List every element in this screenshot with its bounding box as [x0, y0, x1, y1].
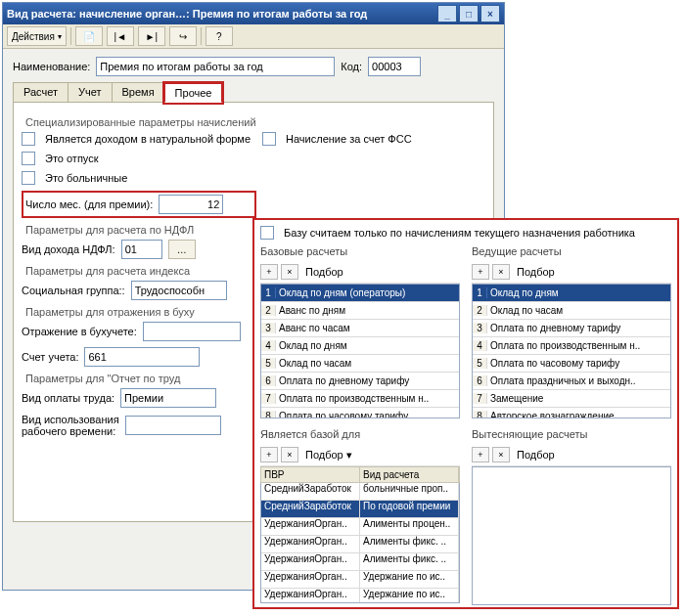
- pay-label: Вид оплаты труда:: [22, 392, 114, 404]
- months-input[interactable]: [159, 195, 223, 214]
- add-icon-2[interactable]: +: [472, 264, 489, 280]
- list-item[interactable]: 5Оплата по часовому тарифу: [473, 355, 670, 373]
- podb-link-3[interactable]: Подбор: [305, 449, 343, 461]
- base-calc-overlay: Базу считаем только по начислениям текущ…: [252, 218, 679, 609]
- go-icon[interactable]: ↪: [169, 26, 197, 46]
- help-icon[interactable]: ?: [206, 26, 233, 46]
- pay-input[interactable]: [120, 388, 216, 408]
- list-item[interactable]: 8Оплата по часовому тарифу: [261, 408, 459, 418]
- list-item[interactable]: 5Оклад по часам: [261, 355, 459, 373]
- code-label: Код:: [341, 61, 362, 72]
- add-icon-4[interactable]: +: [472, 447, 489, 462]
- table-row[interactable]: УдержанияОрган..Удержание по ис..: [261, 589, 459, 603]
- podb-link-2[interactable]: Подбор: [517, 266, 555, 278]
- del-icon-2[interactable]: ×: [492, 264, 510, 280]
- cb-current-assignment[interactable]: [260, 226, 274, 240]
- main-toolbar: Действия 📄 |◄ ►| ↪ ?: [3, 24, 504, 49]
- buh-input[interactable]: [143, 322, 241, 341]
- acct-label: Счет учета:: [22, 351, 78, 363]
- cb-current-assignment-label: Базу считаем только по начислениям текущ…: [284, 227, 635, 239]
- months-label: Число мес. (для премии):: [25, 198, 153, 210]
- cb-otpusk-label: Это отпуск: [45, 153, 99, 164]
- cb-fss-label: Начисление за счет ФСС: [286, 133, 412, 145]
- tab-prochee[interactable]: Прочее: [164, 83, 223, 103]
- list-item[interactable]: 6Оплата праздничных и выходн..: [473, 373, 670, 390]
- use-label: Вид использования рабочего времени:: [22, 414, 119, 437]
- cb-boln-label: Это больничные: [45, 172, 127, 184]
- name-label: Наименование:: [13, 61, 90, 72]
- window-title: Вид расчета: начисление орган…: Премия п…: [7, 8, 367, 20]
- table-row[interactable]: СреднийЗаработокбольничные проп..: [261, 483, 459, 501]
- ndfl-input[interactable]: [121, 240, 162, 259]
- ndfl-dropdown-icon[interactable]: …: [168, 240, 196, 259]
- list-item[interactable]: 4Оклад по дням: [261, 337, 459, 355]
- buh-label: Отражение в бухучете:: [22, 326, 137, 337]
- list-item[interactable]: 4Оплата по производственным н..: [473, 337, 670, 355]
- isbase-grid[interactable]: СреднийЗаработокбольничные проп..Средний…: [260, 483, 460, 603]
- lead-calc-title: Ведущие расчеты: [472, 245, 671, 257]
- new-icon[interactable]: 📄: [75, 26, 103, 46]
- list-item[interactable]: 3Аванс по часам: [261, 320, 459, 337]
- actions-menu[interactable]: Действия: [7, 26, 67, 46]
- use-input[interactable]: [125, 416, 221, 435]
- cb-otpusk[interactable]: [22, 152, 35, 165]
- minimize-button[interactable]: _: [437, 5, 457, 22]
- cb-boln[interactable]: [22, 171, 35, 185]
- ndfl-label: Вид дохода НДФЛ:: [22, 243, 115, 255]
- name-input[interactable]: [96, 57, 335, 76]
- code-input[interactable]: [368, 57, 421, 76]
- base-calc-list[interactable]: 1Оклад по дням (операторы)2Аванс по дням…: [260, 284, 460, 418]
- table-row[interactable]: УдержанияОрган..Алименты фикс. ..: [261, 553, 459, 571]
- list-item[interactable]: 7Оплата по производственным н..: [261, 390, 459, 408]
- group-spec: Специализированные параметры начислений: [25, 116, 485, 128]
- prev-icon[interactable]: |◄: [107, 26, 134, 46]
- tab-uchet[interactable]: Учет: [68, 82, 113, 102]
- list-item[interactable]: 7Замещение: [473, 390, 670, 408]
- del-icon[interactable]: ×: [281, 264, 298, 280]
- next-icon[interactable]: ►|: [138, 26, 165, 46]
- table-row[interactable]: УдержанияОрган..Удержание по ис..: [261, 571, 459, 589]
- list-item[interactable]: 3Оплата по дневному тарифу: [473, 320, 670, 337]
- maximize-button[interactable]: □: [459, 5, 479, 22]
- isbase-title: Является базой для: [260, 428, 460, 440]
- soc-input[interactable]: [131, 281, 227, 300]
- displ-list[interactable]: [472, 466, 671, 605]
- add-icon[interactable]: +: [260, 264, 278, 280]
- table-row[interactable]: УдержанияОрган..Алименты фикс. ..: [261, 536, 459, 553]
- tab-vremya[interactable]: Время: [112, 82, 165, 102]
- table-row[interactable]: СреднийЗаработокПо годовой премии: [261, 501, 459, 518]
- list-item[interactable]: 1Оклад по дням: [473, 285, 670, 302]
- displ-title: Вытесняющие расчеты: [472, 428, 671, 440]
- list-item[interactable]: 2Оклад по часам: [473, 302, 670, 320]
- grid-head-pvr: ПВР: [261, 467, 360, 482]
- soc-label: Социальная группа::: [22, 285, 125, 296]
- base-calc-title: Базовые расчеты: [260, 245, 460, 257]
- cb-fss[interactable]: [262, 132, 276, 146]
- list-item[interactable]: 6Оплата по дневному тарифу: [261, 373, 459, 390]
- lead-calc-list[interactable]: 1Оклад по дням2Оклад по часам3Оплата по …: [472, 284, 671, 418]
- tab-raschet[interactable]: Расчет: [13, 82, 68, 102]
- acct-input[interactable]: [84, 347, 200, 367]
- table-row[interactable]: УдержанияОрган..Алименты процен..: [261, 518, 459, 536]
- tabstrip: Расчет Учет Время Прочее: [13, 82, 494, 103]
- add-icon-3[interactable]: +: [260, 447, 278, 462]
- grid-head-vid: Вид расчета: [360, 467, 459, 482]
- podb-link-1[interactable]: Подбор: [305, 266, 343, 278]
- list-item[interactable]: 1Оклад по дням (операторы): [261, 285, 459, 302]
- cb-natural-label: Является доходом в натуральной форме: [45, 133, 251, 145]
- del-icon-3[interactable]: ×: [281, 447, 298, 462]
- del-icon-4[interactable]: ×: [492, 447, 510, 462]
- list-item[interactable]: 8Авторское вознаграждение: [473, 408, 670, 418]
- cb-natural[interactable]: [22, 132, 35, 146]
- titlebar: Вид расчета: начисление орган…: Премия п…: [3, 3, 504, 24]
- list-item[interactable]: 2Аванс по дням: [261, 302, 459, 320]
- podb-link-4[interactable]: Подбор: [517, 449, 555, 461]
- close-button[interactable]: ×: [480, 5, 500, 22]
